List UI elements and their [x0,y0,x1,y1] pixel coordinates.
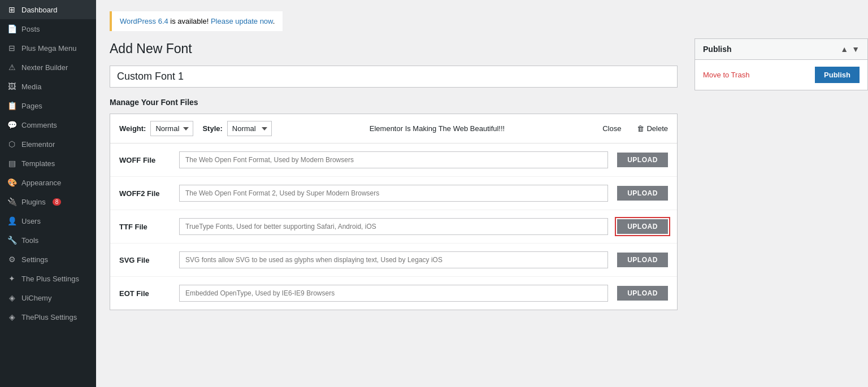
chevron-up-icon[interactable]: ▲ [840,45,848,54]
font-name-input[interactable] [110,66,678,88]
theplus-settings-icon: ◈ [7,312,17,321]
weight-select[interactable]: Normal100200300400500600700800900 [150,121,193,136]
trash-icon: 🗑 [637,124,644,133]
templates-icon: ▤ [7,159,17,168]
the-plus-settings-icon: ✦ [7,274,17,283]
media-icon: 🖼 [7,82,17,91]
sidebar-label-templates: Templates [21,159,55,168]
sidebar-item-dashboard[interactable]: ⊞ Dashboard [0,0,96,19]
publish-panel-title: Publish [703,45,732,54]
sidebar-label-dashboard: Dashboard [21,6,58,14]
publish-button[interactable]: Publish [815,67,860,83]
file-row-woff2: WOFF2 File UPLOAD [110,177,677,210]
sidebar-item-plus-mega-menu[interactable]: ⊟ Plus Mega Menu [0,38,96,58]
appearance-icon: 🎨 [7,178,17,187]
sidebar-label-uichemy: UiChemy [21,294,51,302]
sidebar-item-media[interactable]: 🖼 Media [0,77,96,96]
file-row-svg: SVG File UPLOAD [110,243,677,277]
chevron-down-icon[interactable]: ▼ [852,45,860,54]
update-now-link[interactable]: Please update now [211,17,273,25]
users-icon: 👤 [7,216,17,225]
sidebar-label-media: Media [21,82,41,91]
sidebar-item-theplus-settings[interactable]: ◈ ThePlus Settings [0,307,96,327]
font-card-header: Weight: Normal10020030040050060070080090… [110,114,677,144]
upload-btn-ttf[interactable]: UPLOAD [617,219,668,234]
file-input-woff2[interactable] [179,185,608,202]
move-to-trash-link[interactable]: Move to Trash [703,71,749,79]
publish-header: Publish ▲ ▼ [695,39,867,60]
badge-plugins: 8 [53,198,62,206]
dashboard-icon: ⊞ [7,5,17,14]
plugins-icon: 🔌 [7,197,17,206]
update-notice: WordPress 6.4 is available! Please updat… [110,11,283,31]
preview-text: Elementor Is Making The Web Beautiful!!! [281,124,593,133]
sidebar-label-pages: Pages [21,102,42,110]
file-input-ttf[interactable] [179,218,608,235]
elementor-icon: ⬡ [7,140,17,149]
file-label-woff: WOFF File [119,156,170,164]
wordpress-version-link[interactable]: WordPress 6.4 [120,17,168,25]
sidebar-item-pages[interactable]: 📋 Pages [0,96,96,115]
upload-btn-eot[interactable]: UPLOAD [617,286,668,301]
sidebar-item-the-plus-settings[interactable]: ✦ The Plus Settings [0,269,96,288]
sidebar-item-posts[interactable]: 📄 Posts [0,19,96,38]
sidebar-item-tools[interactable]: 🔧 Tools [0,231,96,250]
weight-group: Weight: Normal10020030040050060070080090… [119,121,193,136]
file-row-woff: WOFF File UPLOAD [110,144,677,177]
publish-body: Move to Trash Publish [695,60,867,90]
sidebar-item-appearance[interactable]: 🎨 Appearance [0,173,96,192]
uichemy-icon: ◈ [7,293,17,302]
manage-label: Manage Your Font Files [110,98,854,107]
comments-icon: 💬 [7,120,17,129]
file-input-eot[interactable] [179,285,608,302]
weight-label: Weight: [119,124,146,133]
sidebar-item-settings[interactable]: ⚙ Settings [0,250,96,269]
main-content: WordPress 6.4 is available! Please updat… [96,0,868,387]
sidebar-item-uichemy[interactable]: ◈ UiChemy [0,288,96,307]
sidebar-item-elementor[interactable]: ⬡ Elementor [0,134,96,154]
sidebar: ⊞ Dashboard 📄 Posts ⊟ Plus Mega Menu ⚠ N… [0,0,96,387]
file-row-eot: EOT File UPLOAD [110,277,677,310]
pages-icon: 📋 [7,101,17,110]
style-label: Style: [202,124,222,133]
delete-label: Delete [646,124,668,133]
sidebar-label-the-plus-settings: The Plus Settings [21,275,79,283]
sidebar-label-plus-mega-menu: Plus Mega Menu [21,44,77,53]
sidebar-label-comments: Comments [21,121,57,129]
posts-icon: 📄 [7,24,17,33]
sidebar-item-templates[interactable]: ▤ Templates [0,154,96,173]
sidebar-label-nexter-builder: Nexter Builder [21,63,68,72]
sidebar-item-plugins[interactable]: 🔌 Plugins 8 [0,192,96,211]
file-input-svg[interactable] [179,251,608,268]
sidebar-label-posts: Posts [21,25,40,33]
upload-btn-svg[interactable]: UPLOAD [617,253,668,267]
sidebar-label-tools: Tools [21,236,38,245]
sidebar-label-appearance: Appearance [21,179,61,187]
file-label-woff2: WOFF2 File [119,189,170,198]
sidebar-label-theplus-settings: ThePlus Settings [21,313,77,321]
file-input-woff[interactable] [179,151,608,168]
sidebar-label-elementor: Elementor [21,140,55,149]
sidebar-item-comments[interactable]: 💬 Comments [0,115,96,134]
sidebar-label-settings: Settings [21,255,48,264]
file-rows: WOFF File UPLOAD WOFF2 File UPLOAD TTF F… [110,144,677,310]
upload-btn-woff[interactable]: UPLOAD [617,153,668,167]
file-row-ttf: TTF File UPLOAD [110,210,677,243]
style-select[interactable]: NormalItalicOblique [227,121,272,136]
sidebar-item-nexter-builder[interactable]: ⚠ Nexter Builder [0,58,96,77]
settings-icon: ⚙ [7,255,17,264]
file-label-eot: EOT File [119,289,170,298]
publish-panel: Publish ▲ ▼ Move to Trash Publish [695,38,868,90]
sidebar-label-plugins: Plugins [21,198,46,206]
nexter-builder-icon: ⚠ [7,63,17,72]
font-card: Weight: Normal10020030040050060070080090… [110,114,678,310]
tools-icon: 🔧 [7,236,17,245]
close-link[interactable]: Close [602,124,621,133]
delete-link[interactable]: 🗑 Delete [637,124,668,133]
plus-mega-menu-icon: ⊟ [7,44,17,53]
style-group: Style: NormalItalicOblique [202,121,271,136]
upload-btn-woff2[interactable]: UPLOAD [617,186,668,201]
sidebar-item-users[interactable]: 👤 Users [0,211,96,231]
sidebar-label-users: Users [21,217,41,225]
file-label-svg: SVG File [119,256,170,264]
